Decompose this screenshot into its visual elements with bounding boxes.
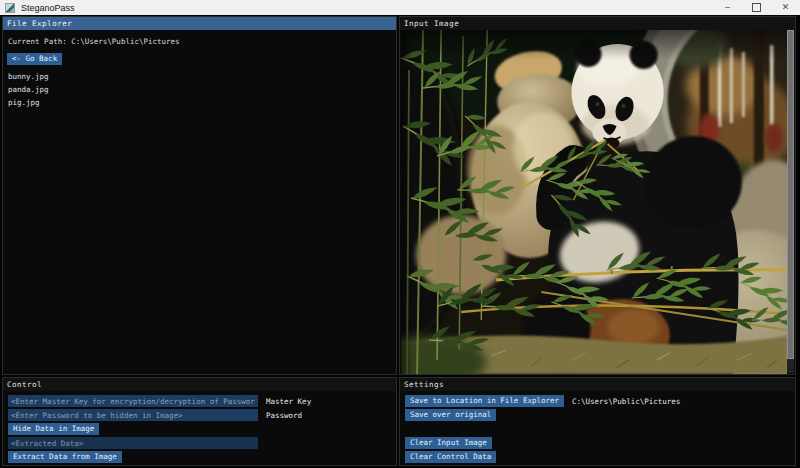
window-controls: – ✕ <box>713 0 800 15</box>
master-key-input[interactable] <box>8 395 258 407</box>
file-item-panda[interactable]: panda.jpg <box>3 83 396 96</box>
file-explorer-header: File Explorer <box>3 17 396 30</box>
clear-input-image-button[interactable]: Clear Input Image <box>405 437 492 449</box>
maximize-icon <box>752 3 761 12</box>
file-explorer-panel: File Explorer Current Path: C:\Users\Pub… <box>2 16 397 375</box>
titlebar: SteganoPass – ✕ <box>0 0 800 15</box>
app-icon <box>5 3 15 13</box>
go-back-button[interactable]: <- Go Back <box>7 53 62 65</box>
password-input[interactable] <box>8 409 258 421</box>
file-item-bunny[interactable]: bunny.jpg <box>3 70 396 83</box>
password-label: Password <box>266 411 302 420</box>
settings-header: Settings <box>400 378 795 391</box>
maximize-button[interactable] <box>742 0 771 15</box>
current-path-label: Current Path: C:\Users\Public\Pictures <box>8 37 396 46</box>
image-vertical-scrollbar[interactable] <box>787 30 794 373</box>
minimize-button[interactable]: – <box>713 0 742 15</box>
save-to-location-button[interactable]: Save to Location in File Explorer <box>405 395 564 407</box>
input-image-panel: Input Image <box>399 16 796 375</box>
input-image-header: Input Image <box>400 17 795 30</box>
save-over-original-button[interactable]: Save over original <box>405 409 496 421</box>
clear-control-data-button[interactable]: Clear Control Data <box>405 451 496 463</box>
app-window: SteganoPass – ✕ File Explorer Current Pa… <box>0 0 800 468</box>
save-location-path: C:\Users\Public\Pictures <box>572 397 680 406</box>
close-icon: ✕ <box>782 3 790 12</box>
minimize-icon: – <box>725 3 730 12</box>
file-item-pig[interactable]: pig.jpg <box>3 96 396 109</box>
image-scrollbar-thumb[interactable] <box>787 30 794 359</box>
file-list: bunny.jpg panda.jpg pig.jpg <box>3 70 396 109</box>
close-button[interactable]: ✕ <box>771 0 800 15</box>
control-panel: Control Master Key Password Hide Data in… <box>2 377 397 466</box>
extract-data-button[interactable]: Extract Data from Image <box>8 451 122 463</box>
window-title: SteganoPass <box>21 3 75 13</box>
input-image-view <box>401 30 787 374</box>
panda-photo <box>401 30 787 374</box>
control-header: Control <box>3 378 396 391</box>
hide-data-button[interactable]: Hide Data in Image <box>8 423 99 435</box>
master-key-label: Master Key <box>266 397 311 406</box>
settings-panel: Settings Save to Location in File Explor… <box>399 377 796 466</box>
extracted-data-field[interactable] <box>8 437 258 449</box>
